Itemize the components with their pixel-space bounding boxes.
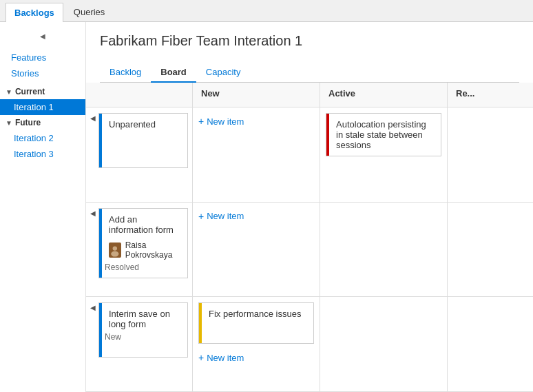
tab-backlogs[interactable]: Backlogs [6, 3, 63, 22]
col-header-new: New [193, 83, 320, 107]
tab-board[interactable]: Board [151, 63, 196, 83]
sidebar-item-iteration-1[interactable]: Iteration 1 [0, 99, 85, 115]
add-info-status: Resolved [105, 262, 182, 272]
collapse-icon-3[interactable]: ◀ [90, 304, 96, 311]
row-label-interim: ◀ Interim save on long form New [86, 297, 192, 392]
plus-icon-3: + [198, 352, 204, 363]
board-area: ◀ Unparented ◀ Add an information form [86, 83, 533, 392]
row-label-unparented: ◀ Unparented [86, 107, 192, 203]
board-row-add-info: + New item [193, 203, 533, 298]
row-card-interim: Interim save on long form New [98, 302, 188, 358]
sidebar-section-future[interactable]: ▼ Future [0, 115, 85, 130]
new-item-label-3: New item [207, 353, 244, 363]
new-item-button-1[interactable]: + New item [198, 113, 314, 130]
sidebar-item-stories[interactable]: Stories [0, 65, 85, 81]
sidebar-item-iteration-3[interactable]: Iteration 3 [0, 146, 85, 162]
add-info-label: Add an information form [105, 214, 182, 235]
col-header-active: Active [320, 83, 448, 107]
card-bar-yellow [199, 303, 202, 343]
sidebar-item-features[interactable]: Features [0, 50, 85, 65]
row-label-header [86, 83, 192, 107]
sidebar-section-future-label: Future [15, 118, 41, 127]
card-performance-text: Fix performance issues [205, 309, 308, 319]
sidebar: ◀ Features Stories ▼ Current Iteration 1… [0, 22, 86, 392]
assignee-row: Raisa Pokrovskaya [105, 240, 182, 260]
chevron-down-icon-2: ▼ [6, 119, 12, 127]
cell-unparented-resolved [448, 107, 533, 202]
top-tabs: Backlogs Queries [0, 0, 533, 22]
row-label-add-info: ◀ Add an information form Raisa Pokrovsk… [86, 203, 192, 298]
cell-interim-new: Fix performance issues + New item [193, 297, 320, 391]
collapse-icon-2[interactable]: ◀ [90, 209, 96, 217]
cell-interim-resolved [448, 297, 533, 391]
row-card-add-info: Add an information form Raisa Pokrovskay… [98, 208, 188, 278]
interim-label: Interim save on long form [105, 309, 182, 329]
col-header-resolved: Re... [448, 83, 533, 107]
plus-icon-2: + [198, 211, 204, 222]
sub-tabs: Backlog Board Capacity [100, 63, 519, 83]
column-headers: New Active Re... [193, 83, 533, 107]
cell-add-info-new: + New item [193, 203, 320, 297]
main-layout: ◀ Features Stories ▼ Current Iteration 1… [0, 22, 533, 392]
tab-queries[interactable]: Queries [65, 2, 114, 21]
new-item-label-2: New item [207, 211, 244, 221]
new-item-label-1: New item [207, 116, 244, 127]
assignee-name: Raisa Pokrovskaya [125, 240, 182, 260]
sidebar-section-current-label: Current [15, 87, 45, 96]
row-card-unparented: Unparented [98, 113, 188, 168]
avatar-raisa [109, 243, 121, 258]
new-item-button-2[interactable]: + New item [198, 208, 314, 225]
board-row-interim: Fix performance issues + New item [193, 297, 533, 392]
card-autolocation[interactable]: Autolocation persisting in stale state b… [326, 113, 441, 156]
collapse-icon-1[interactable]: ◀ [90, 114, 96, 122]
svg-point-2 [111, 251, 118, 256]
card-autolocation-text: Autolocation persisting in stale state b… [332, 119, 435, 150]
card-bar-red [326, 114, 329, 156]
chevron-down-icon: ▼ [6, 88, 12, 96]
cell-unparented-active: Autolocation persisting in stale state b… [320, 107, 448, 202]
board-rows: + New item Autolocation persisting in st… [193, 107, 533, 392]
cell-add-info-active [320, 203, 448, 297]
cell-interim-active [320, 297, 448, 391]
row-labels: ◀ Unparented ◀ Add an information form [86, 83, 193, 392]
sidebar-section-current[interactable]: ▼ Current [0, 84, 85, 99]
sidebar-item-iteration-2[interactable]: Iteration 2 [0, 130, 85, 146]
sidebar-links: Features Stories [0, 47, 85, 84]
tab-backlog[interactable]: Backlog [100, 63, 151, 83]
cell-unparented-new: + New item [193, 107, 320, 202]
bar-unparented [99, 114, 102, 167]
interim-status: New [105, 332, 182, 342]
card-performance[interactable]: Fix performance issues [198, 302, 314, 344]
content-area: Fabrikam Fiber Team Interation 1 Backlog… [86, 22, 533, 392]
board-row-unparented: + New item Autolocation persisting in st… [193, 107, 533, 203]
sidebar-toggle[interactable]: ◀ [36, 28, 50, 44]
plus-icon-1: + [198, 116, 204, 127]
new-item-button-3[interactable]: + New item [198, 349, 314, 366]
cell-add-info-resolved [448, 203, 533, 297]
page-header: Fabrikam Fiber Team Interation 1 [86, 22, 533, 63]
svg-point-1 [113, 246, 117, 250]
board-columns: New Active Re... + New item [193, 83, 533, 392]
bar-add-info [99, 209, 102, 278]
page-title: Fabrikam Fiber Team Interation 1 [100, 33, 519, 49]
unparented-label: Unparented [105, 119, 182, 130]
bar-interim [99, 303, 102, 357]
tab-capacity[interactable]: Capacity [196, 63, 251, 83]
